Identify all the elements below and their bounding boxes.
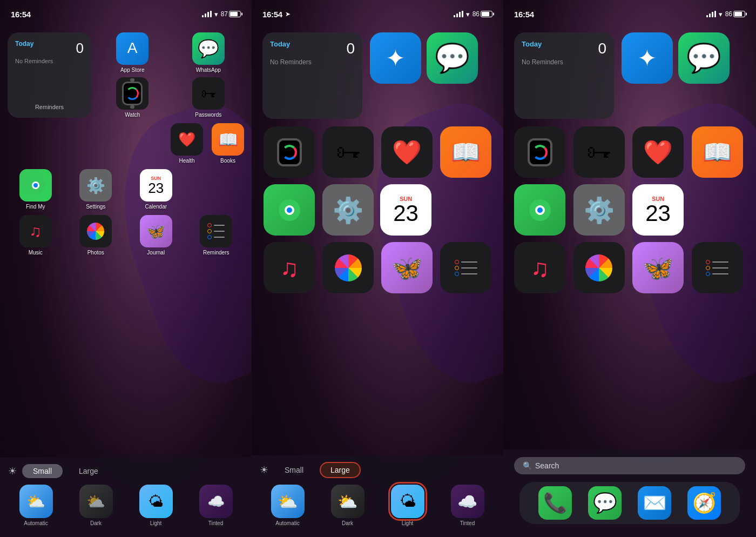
p3-findmy[interactable] — [514, 184, 568, 236]
p2-calendar-icon[interactable]: SUN 23 — [380, 184, 431, 236]
reminders-widget-1[interactable]: Today 0 No Reminders Reminders — [8, 32, 91, 118]
panel-2: 16:54 ➤ ▾ 86 Today 0 — [252, 0, 503, 537]
p3-row4: ♫ 🦋 — [514, 242, 745, 293]
strip-dark-2[interactable]: ⛅ Dark — [320, 485, 375, 526]
status-bar-2: 16:54 ➤ ▾ 86 — [252, 0, 503, 24]
p2-music[interactable]: ♫ — [262, 242, 316, 293]
messages-icon[interactable]: 💬 — [588, 486, 622, 520]
weather-auto-icon-2: ⛅ — [271, 485, 305, 518]
p2-books[interactable]: 📖 — [439, 126, 492, 178]
app-item-settings[interactable]: ⚙️ Settings — [68, 169, 124, 210]
signal-2 — [454, 11, 463, 17]
app-item-whatsapp[interactable]: 💬 WhatsApp — [173, 32, 245, 73]
widget-count-1: 0 — [76, 40, 84, 57]
dock-2: ☀ Small Large ⛅ Automatic ⛅ Dark 🌤 — [252, 455, 503, 537]
p3-passwords[interactable]: 🗝 — [573, 126, 627, 178]
small-btn-1[interactable]: Small — [22, 464, 63, 478]
p3-app-store-icon: ✦ — [622, 32, 673, 84]
app-item-music[interactable]: ♫ Music — [8, 215, 64, 256]
weather-auto-icon: ⛅ — [19, 485, 53, 518]
p3-watch-icon — [514, 126, 565, 178]
p2-whatsapp[interactable]: 💬 — [427, 32, 478, 84]
app-item-books-1[interactable]: 📖 Books — [212, 123, 244, 164]
time-1: 16:54 — [11, 10, 31, 19]
p3-music-icon: ♫ — [514, 242, 565, 293]
strip-auto-1[interactable]: ⛅ Automatic — [8, 485, 64, 526]
large-btn-1[interactable]: Large — [68, 464, 109, 478]
app-item-photos[interactable]: Photos — [68, 215, 124, 256]
p3-findmy-icon — [514, 184, 565, 236]
mail-icon[interactable]: ✉️ — [638, 486, 671, 520]
p2-findmy[interactable] — [262, 184, 316, 236]
status-bar-1: 16:54 ▾ 87 — [0, 0, 252, 24]
light-label-2: Light — [402, 520, 414, 526]
p3-music[interactable]: ♫ — [514, 242, 568, 293]
auto-label-2: Automatic — [275, 520, 299, 526]
p2-photos[interactable] — [321, 242, 375, 293]
strip-tinted-1[interactable]: ☁️ Tinted — [188, 485, 244, 526]
battery-1: 87 — [221, 10, 241, 18]
p2-passwords-icon: 🗝 — [322, 126, 374, 178]
p3-top-icons: ✦ 💬 — [622, 32, 730, 84]
search-bar[interactable]: 🔍 Search — [514, 457, 745, 474]
watch-label: Watch — [125, 112, 140, 118]
p2-watch-icon — [264, 126, 315, 178]
strip-light-2[interactable]: 🌤 Light — [380, 485, 435, 526]
reminders-app-icon — [200, 215, 232, 247]
safari-icon[interactable]: 🧭 — [687, 486, 721, 520]
app-store-icon: A — [116, 32, 148, 65]
p2-settings[interactable]: ⚙️ — [321, 184, 375, 236]
p3-photos[interactable] — [573, 242, 627, 293]
p3-reminders-icon — [692, 242, 743, 293]
weather-light-icon: 🌤 — [139, 485, 173, 518]
app-item-passwords[interactable]: 🗝 Passwords — [173, 77, 245, 118]
app-item-reminders-dock[interactable]: Reminders — [188, 215, 245, 256]
battery-text-3: 86 — [725, 10, 732, 18]
p3-whatsapp[interactable]: 💬 — [678, 32, 730, 84]
strip-light-1[interactable]: 🌤 Light — [128, 485, 184, 526]
p3-books[interactable]: 📖 — [692, 126, 746, 178]
top-row-1: Today 0 No Reminders Reminders A — [8, 32, 244, 118]
wifi-3: ▾ — [719, 10, 723, 18]
photos-label: Photos — [87, 250, 104, 256]
findmy-label: Find My — [26, 204, 45, 210]
strip-dark-1[interactable]: ⛅ Dark — [68, 485, 124, 526]
p2-watch[interactable] — [262, 126, 316, 178]
p2-large-btn[interactable]: Large — [320, 462, 361, 478]
p3-app-store[interactable]: ✦ — [622, 32, 673, 84]
app-item-health[interactable]: ❤️ Health — [171, 123, 203, 164]
p3-journal[interactable]: 🦋 — [632, 242, 686, 293]
app-item-watch[interactable]: Watch — [97, 77, 168, 118]
reminders-label: Reminders — [203, 250, 229, 256]
app-item-app-store[interactable]: A App Store — [97, 32, 168, 73]
p2-small-btn[interactable]: Small — [274, 463, 314, 477]
p3-calendar-icon[interactable]: SUN 23 — [632, 184, 684, 236]
p3-health[interactable]: ❤️ — [632, 126, 686, 178]
p2-app-store[interactable]: ✦ — [370, 32, 421, 84]
app-item-calendar[interactable]: SUN 23 Calendar — [128, 169, 184, 210]
p2-passwords[interactable]: 🗝 — [321, 126, 375, 178]
app-item-journal[interactable]: 🦋 Journal — [128, 215, 184, 256]
p3-settings[interactable]: ⚙️ — [573, 184, 627, 236]
books-label: Books — [220, 158, 235, 164]
p3-photos-icon — [573, 242, 625, 293]
p2-widget[interactable]: Today 0 No Reminders — [262, 32, 362, 119]
p2-journal[interactable]: 🦋 — [380, 242, 434, 293]
p2-health[interactable]: ❤️ — [380, 126, 434, 178]
phone-icon[interactable]: 📞 — [538, 486, 572, 520]
p2-top-row: Today 0 No Reminders ✦ 💬 — [262, 32, 492, 119]
p2-reminders[interactable] — [439, 242, 492, 293]
p3-watch[interactable] — [514, 126, 568, 178]
p2-books-icon: 📖 — [440, 126, 491, 178]
p2-photos-icon — [322, 242, 374, 293]
app-item-findmy[interactable]: Find My — [8, 169, 64, 210]
battery-text-2: 86 — [473, 10, 480, 18]
tinted-label-2: Tinted — [460, 520, 475, 526]
p3-widget[interactable]: Today 0 No Reminders — [514, 32, 614, 119]
brightness-icon-1: ☀ — [8, 465, 17, 477]
p3-row2: 🗝 ❤️ 📖 — [514, 126, 745, 178]
p3-row3: ⚙️ SUN 23 — [514, 184, 745, 236]
p3-reminders[interactable] — [692, 242, 746, 293]
strip-tinted-2[interactable]: ☁️ Tinted — [440, 485, 495, 526]
strip-auto-2[interactable]: ⛅ Automatic — [260, 485, 315, 526]
